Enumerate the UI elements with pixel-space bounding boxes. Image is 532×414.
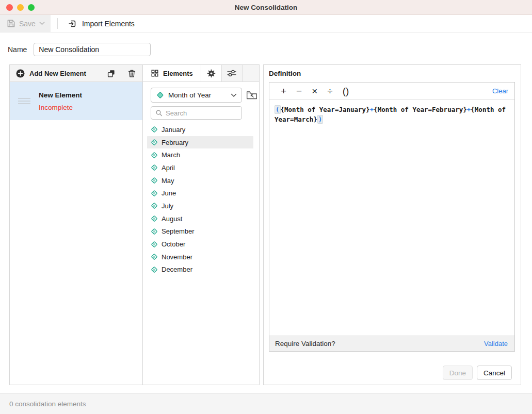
hierarchy-dropdown[interactable]: Month of Year xyxy=(151,88,242,103)
validate-link[interactable]: Validate xyxy=(484,340,508,347)
month-label: September xyxy=(162,227,195,235)
operator-parentheses-button[interactable]: () xyxy=(340,86,352,96)
operator-minus-button[interactable]: − xyxy=(294,86,304,96)
month-label: May xyxy=(162,177,174,185)
formula-paren: ( xyxy=(275,105,281,114)
list-item-month[interactable]: December xyxy=(147,263,253,276)
element-diamond-icon xyxy=(151,253,158,260)
status-text: 0 consolidation elements xyxy=(9,400,86,408)
month-label: March xyxy=(162,151,180,159)
element-browser-pane: Elements xyxy=(143,65,259,385)
month-label: December xyxy=(162,266,192,273)
browser-tabstrip: Elements xyxy=(143,65,259,82)
traffic-lights xyxy=(6,4,35,11)
close-window-button[interactable] xyxy=(6,4,13,11)
list-item-month[interactable]: March xyxy=(147,148,253,161)
search-box xyxy=(151,106,242,120)
clear-link[interactable]: Clear xyxy=(492,87,508,95)
tab-elements[interactable]: Elements xyxy=(143,65,201,81)
element-diamond-icon xyxy=(151,177,158,184)
element-diamond-icon xyxy=(151,228,158,235)
element-diamond-icon xyxy=(151,190,158,197)
save-button-label: Save xyxy=(19,20,36,28)
element-list-pane: Add New Element xyxy=(10,65,143,385)
operator-plus-button[interactable]: + xyxy=(278,86,289,96)
month-label: October xyxy=(162,240,185,248)
operator-buttons: +−×÷() xyxy=(278,86,492,96)
list-item-month[interactable]: June xyxy=(147,187,253,200)
element-diamond-icon xyxy=(151,139,158,146)
element-list-header: Add New Element xyxy=(10,65,142,82)
gear-icon xyxy=(207,69,216,78)
search-input[interactable] xyxy=(166,109,237,117)
element-diamond-icon xyxy=(151,164,158,171)
formula-box: +−×÷() Clear ({Month of Year=January}+{M… xyxy=(269,82,515,352)
browser-body: Month of Year xyxy=(143,82,259,276)
formula-term: {Month of Year=February} xyxy=(374,106,467,113)
month-label: January xyxy=(162,126,185,134)
title-bar: New Consolidation xyxy=(0,0,532,15)
element-title: New Element xyxy=(39,91,82,99)
dialog-buttons: Done Cancel xyxy=(269,366,515,380)
cancel-button[interactable]: Cancel xyxy=(477,366,512,380)
name-label: Name xyxy=(8,45,27,54)
formula-term: {Month of xyxy=(471,106,506,113)
folder-jump-icon[interactable] xyxy=(246,90,257,100)
name-row: Name xyxy=(8,43,151,56)
tab-settings[interactable] xyxy=(201,65,222,81)
month-label: June xyxy=(162,189,176,197)
tab-elements-label: Elements xyxy=(163,70,193,77)
require-validation-label: Require Validation? xyxy=(275,340,335,347)
list-item-month[interactable]: October xyxy=(147,238,253,251)
grid-icon xyxy=(151,69,159,77)
toolbar: Save Import Elements xyxy=(0,15,532,32)
save-icon xyxy=(7,19,15,28)
list-item-month[interactable]: February xyxy=(147,136,253,149)
add-new-element-button[interactable]: Add New Element xyxy=(29,70,102,77)
sliders-icon xyxy=(227,69,237,77)
operator-bar: +−×÷() Clear xyxy=(269,82,514,100)
operator-multiply-button[interactable]: × xyxy=(309,86,320,96)
list-item-month[interactable]: July xyxy=(147,200,253,212)
month-list: JanuaryFebruaryMarchAprilMayJuneJulyAugu… xyxy=(147,123,253,276)
month-label: April xyxy=(162,164,175,172)
element-diamond-icon xyxy=(151,202,158,209)
list-item-month[interactable]: April xyxy=(147,161,253,174)
import-icon xyxy=(68,19,77,28)
list-item-element[interactable]: New Element Incomplete xyxy=(10,82,142,120)
duplicate-element-icon[interactable] xyxy=(107,69,116,78)
list-item-month[interactable]: November xyxy=(147,251,253,263)
element-diamond-icon xyxy=(151,152,158,159)
done-button[interactable]: Done xyxy=(443,366,473,380)
list-item-month[interactable]: August xyxy=(147,212,253,225)
chevron-down-icon xyxy=(39,22,45,25)
definition-panel: Definition +−×÷() Clear ({Month of Year=… xyxy=(263,64,521,385)
element-diamond-icon xyxy=(151,266,158,273)
tab-filters[interactable] xyxy=(222,65,243,81)
formula-term: Year=March} xyxy=(275,115,317,123)
save-button[interactable]: Save xyxy=(0,15,51,32)
formula-editor[interactable]: ({Month of Year=January}+{Month of Year=… xyxy=(269,100,514,336)
formula-paren: ) xyxy=(317,115,324,124)
minimize-window-button[interactable] xyxy=(17,4,24,11)
list-item-month[interactable]: May xyxy=(147,174,253,187)
list-item-month[interactable]: January xyxy=(147,123,253,136)
zoom-window-button[interactable] xyxy=(28,4,35,11)
name-input[interactable] xyxy=(34,43,151,56)
definition-title: Definition xyxy=(269,70,515,77)
delete-element-icon[interactable] xyxy=(128,69,136,78)
search-icon xyxy=(155,109,163,117)
list-item-month[interactable]: September xyxy=(147,225,253,238)
operator-divide-button[interactable]: ÷ xyxy=(325,86,335,96)
month-label: August xyxy=(162,215,182,223)
drag-handle-icon[interactable] xyxy=(18,98,30,104)
import-elements-label: Import Elements xyxy=(82,20,135,28)
month-label: July xyxy=(162,202,173,210)
element-diamond-icon xyxy=(151,241,158,248)
add-circle-icon[interactable] xyxy=(16,69,25,78)
toolbar-divider xyxy=(57,18,58,29)
chevron-down-icon xyxy=(231,93,237,97)
window-title: New Consolidation xyxy=(0,4,532,11)
import-elements-button[interactable]: Import Elements xyxy=(62,15,141,32)
elements-container: Add New Element xyxy=(9,64,260,385)
